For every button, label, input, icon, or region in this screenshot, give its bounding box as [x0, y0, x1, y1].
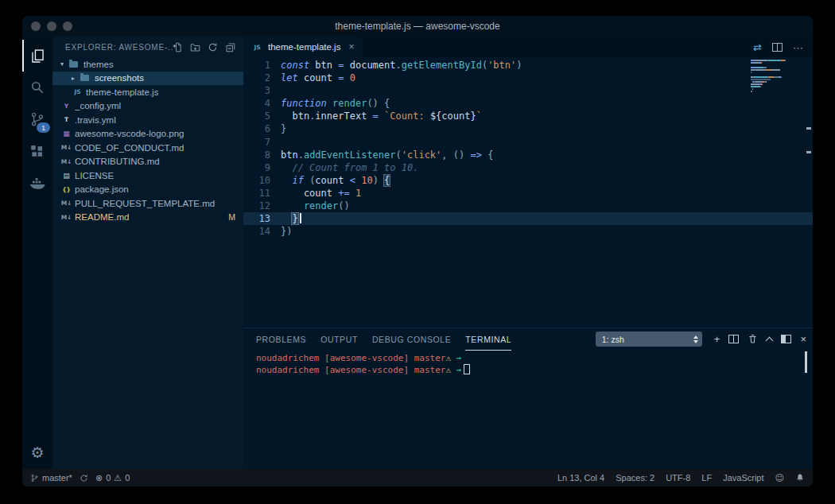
tree-item-screenshots[interactable]: ▸screenshots: [52, 72, 243, 86]
new-file-button[interactable]: [173, 42, 183, 52]
tree-item-readme-md[interactable]: M↓README.mdM: [52, 211, 243, 225]
collapse-folders-button[interactable]: [225, 42, 235, 52]
code-token: =: [338, 72, 344, 83]
move-panel-button[interactable]: [781, 335, 791, 343]
encoding-indicator[interactable]: UTF-8: [666, 473, 690, 483]
tree-item-label: _config.yml: [75, 101, 121, 110]
panel-tab-output[interactable]: OUTPUT: [320, 328, 358, 351]
code-token: btn: [309, 60, 338, 71]
source-control-activity-button[interactable]: 1: [22, 103, 52, 135]
minimap-line: [751, 72, 800, 73]
gear-icon: ⚙: [30, 444, 44, 461]
tree-item-code-of-conduct-md[interactable]: M↓CODE_OF_CONDUCT.md: [52, 141, 243, 155]
close-window-button[interactable]: [31, 21, 41, 31]
warning-count: 0: [125, 473, 130, 483]
code-line-12[interactable]: 12 render(): [243, 200, 813, 212]
open-changes-icon[interactable]: ⇄: [753, 41, 762, 53]
panel-tab-terminal[interactable]: TERMINAL: [465, 328, 511, 351]
tab-theme-template-js[interactable]: JS theme-template.js ×: [243, 37, 362, 57]
zoom-window-button[interactable]: [63, 21, 72, 31]
code-token: `: [476, 110, 482, 122]
tree-item-license[interactable]: ▤LICENSE: [52, 169, 243, 183]
minimap[interactable]: [751, 60, 800, 93]
code-editor[interactable]: 1const btn = document.getElementById('bt…: [243, 57, 813, 328]
editor-cursor: [300, 213, 301, 223]
terminal-picker[interactable]: 1: zsh: [596, 331, 702, 347]
overview-ruler-mark: [806, 151, 811, 153]
settings-gear-button[interactable]: ⚙: [30, 444, 44, 461]
code-line-3[interactable]: 3: [243, 84, 813, 97]
folder-icon: [69, 61, 78, 68]
explorer-activity-button[interactable]: [22, 40, 52, 72]
tree-item-theme-template-js[interactable]: JStheme-template.js: [52, 85, 243, 99]
line-number: 10: [243, 174, 281, 187]
code-line-content: }): [281, 225, 292, 238]
split-terminal-glyph: [728, 335, 739, 343]
tree-item-contributing-md[interactable]: M↓CONTRIBUTING.md: [52, 155, 243, 169]
tree-item-pull-request-template-md[interactable]: M↓PULL_REQUEST_TEMPLATE.md: [52, 196, 243, 211]
sync-icon: [80, 474, 88, 483]
code-line-1[interactable]: 1const btn = document.getElementById('bt…: [243, 59, 813, 72]
explorer-sidebar: EXPLORER: AWESOME-...: [52, 37, 243, 469]
sync-button[interactable]: [80, 474, 88, 483]
maximize-panel-button[interactable]: [767, 335, 772, 343]
code-line-4[interactable]: 4function render() {: [243, 97, 813, 110]
split-terminal-button[interactable]: [728, 335, 739, 343]
line-number: 4: [243, 97, 281, 110]
code-line-13[interactable]: 13 }: [243, 212, 813, 225]
tree-item-awesome-vscode-logo-png[interactable]: ▦awesome-vscode-logo.png: [52, 127, 243, 142]
terminal-content[interactable]: noudadrichem [awesome-vscode] master⚠ →n…: [243, 350, 813, 469]
kill-terminal-button[interactable]: [748, 334, 758, 344]
docker-activity-button[interactable]: [22, 167, 52, 199]
tree-item-themes[interactable]: ▾themes: [52, 57, 243, 72]
code-line-2[interactable]: 2let count = 0: [243, 72, 813, 84]
tree-item-config-yml[interactable]: Y_config.yml: [52, 99, 243, 114]
code-line-5[interactable]: 5 btn.innerText = `Count: ${count}`: [243, 110, 813, 122]
code-token: document: [344, 60, 395, 71]
code-token: addEventListener: [304, 149, 396, 161]
explorer-actions: [173, 42, 235, 52]
minimize-window-button[interactable]: [47, 21, 56, 31]
new-terminal-button[interactable]: +: [714, 333, 720, 345]
code-line-14[interactable]: 14}): [243, 225, 813, 238]
code-line-8[interactable]: 8btn.addEventListener('click', () => {: [243, 149, 813, 161]
eol-indicator[interactable]: LF: [701, 473, 712, 483]
panel-tab-problems[interactable]: PROBLEMS: [256, 328, 306, 351]
terminal-text: →: [451, 353, 461, 363]
extensions-activity-button[interactable]: [22, 135, 52, 167]
panel-tab-debug-console[interactable]: DEBUG CONSOLE: [372, 328, 451, 351]
code-line-content: let count = 0: [281, 72, 355, 84]
indentation-indicator[interactable]: Spaces: 2: [616, 473, 654, 483]
more-actions-icon[interactable]: ···: [793, 41, 803, 53]
code-line-11[interactable]: 11 count += 1: [243, 187, 813, 200]
language-indicator[interactable]: JavaScript: [723, 473, 763, 483]
refresh-explorer-button[interactable]: [208, 42, 218, 52]
code-line-content: btn.addEventListener('click', () => {: [281, 149, 493, 161]
explorer-title: EXPLORER: AWESOME-...: [65, 43, 173, 52]
feedback-smiley-icon[interactable]: ☺: [775, 473, 784, 483]
overview-ruler-mark: [806, 127, 811, 130]
close-tab-icon[interactable]: ×: [348, 41, 354, 52]
code-token: // Count from 1 to 10.: [281, 162, 418, 173]
code-line-content: if (count < 10) {: [281, 174, 390, 187]
new-folder-button[interactable]: [190, 42, 200, 52]
search-activity-button[interactable]: [22, 72, 52, 103]
code-line-9[interactable]: 9 // Count from 1 to 10.: [243, 161, 813, 174]
branch-indicator[interactable]: master*: [30, 473, 72, 483]
tree-item-label: .travis.yml: [75, 115, 116, 125]
split-editor-icon[interactable]: [772, 43, 783, 52]
tree-item-package-json[interactable]: {}package.json: [52, 183, 243, 197]
line-col-indicator[interactable]: Ln 13, Col 4: [557, 473, 604, 483]
code-token: 0: [344, 72, 355, 83]
code-line-10[interactable]: 10 if (count < 10) {: [243, 174, 813, 187]
code-line-6[interactable]: 6}: [243, 122, 813, 135]
image-icon: ▦: [60, 130, 72, 138]
terminal-scrollbar[interactable]: [805, 351, 807, 373]
close-panel-button[interactable]: ×: [800, 333, 806, 345]
errors-indicator[interactable]: ⊗ 0 ⚠ 0: [95, 473, 130, 483]
tree-item-travis-yml[interactable]: T.travis.yml: [52, 113, 243, 127]
notifications-bell-icon[interactable]: [795, 473, 805, 483]
code-token: , (): [441, 149, 470, 161]
code-line-7[interactable]: 7: [243, 136, 813, 149]
code-token: +=: [338, 188, 349, 199]
